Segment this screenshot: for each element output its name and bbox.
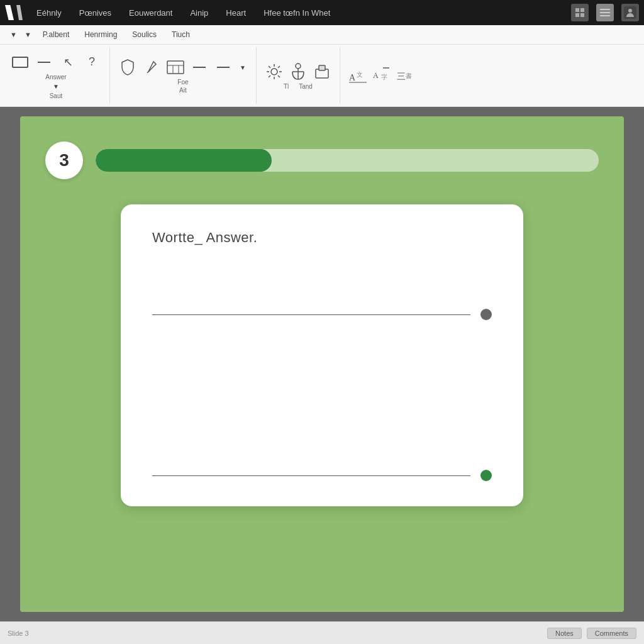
svg-text:文: 文 bbox=[357, 71, 363, 78]
anchor-icon[interactable] bbox=[288, 62, 308, 82]
tab-henrming[interactable]: Henrming bbox=[78, 28, 123, 42]
svg-line-24 bbox=[278, 75, 280, 77]
svg-text:三: 三 bbox=[397, 72, 406, 81]
progress-bar-container bbox=[96, 149, 599, 172]
svg-text:字: 字 bbox=[381, 74, 387, 80]
answer-line-row-2 bbox=[152, 470, 492, 481]
svg-rect-2 bbox=[575, 13, 579, 17]
ribbon-tabs: ▼ ▼ P.albent Henrming Soulics Tiuch bbox=[0, 25, 644, 45]
sout-label: Tl bbox=[284, 83, 289, 90]
menu-item-ainip[interactable]: Ainip bbox=[186, 7, 212, 19]
minus2-icon[interactable] bbox=[189, 57, 209, 77]
svg-point-27 bbox=[296, 64, 301, 69]
menu-icon-grid[interactable] bbox=[571, 4, 589, 21]
seur-label: Tand bbox=[299, 83, 313, 90]
sun-icon[interactable] bbox=[264, 62, 284, 82]
answer-card-title: Wortte_ Answer. bbox=[152, 230, 492, 246]
tab-tiuch[interactable]: Tiuch bbox=[165, 28, 196, 42]
menu-item-eéhnly[interactable]: Eéhnly bbox=[33, 7, 65, 19]
svg-point-18 bbox=[271, 69, 277, 75]
svg-rect-31 bbox=[319, 65, 325, 70]
notes-button[interactable]: Notes bbox=[547, 628, 582, 639]
ribbon-dropdown-1[interactable]: ▼ bbox=[8, 30, 19, 40]
tab-palbent[interactable]: P.albent bbox=[36, 28, 76, 42]
svg-line-25 bbox=[278, 66, 280, 68]
step-number: 3 bbox=[45, 142, 83, 179]
help-icon[interactable]: ? bbox=[82, 52, 102, 72]
format-sub-label: Ait bbox=[179, 87, 187, 94]
media-sub-label: Tl Tand bbox=[284, 83, 313, 90]
svg-rect-6 bbox=[600, 15, 610, 16]
logo-shape-2 bbox=[16, 5, 23, 20]
answer-dot-1 bbox=[480, 309, 492, 320]
progress-dot bbox=[104, 156, 113, 165]
menu-item-heart[interactable]: Heart bbox=[222, 7, 250, 19]
ribbon-group-format: ▼ Foe Ait bbox=[115, 47, 257, 104]
progress-bar-fill bbox=[96, 149, 272, 172]
shield-icon[interactable] bbox=[118, 57, 138, 77]
table-layout-icon[interactable] bbox=[165, 57, 186, 77]
svg-line-26 bbox=[269, 75, 270, 77]
text-format-icon-2[interactable]: A 字 bbox=[372, 65, 392, 86]
answer-line-row-1 bbox=[152, 309, 492, 320]
svg-point-8 bbox=[628, 9, 632, 13]
cursor-icon[interactable]: ↖ bbox=[58, 52, 78, 72]
menu-icon-user[interactable] bbox=[621, 4, 639, 21]
answer-line-1 bbox=[152, 314, 470, 315]
menu-item-eouwerdant[interactable]: Eouwerdant bbox=[125, 7, 176, 19]
tab-soulics[interactable]: Soulics bbox=[126, 28, 163, 42]
minus-icon[interactable] bbox=[34, 52, 54, 72]
svg-text:書: 書 bbox=[406, 72, 412, 79]
ribbon-content: ↖ ? Answer ▼ Saut bbox=[0, 45, 644, 106]
svg-line-23 bbox=[269, 66, 270, 68]
box-icon[interactable] bbox=[312, 62, 332, 82]
svg-rect-12 bbox=[167, 61, 184, 74]
svg-text:A: A bbox=[349, 73, 356, 82]
svg-rect-0 bbox=[575, 8, 579, 12]
svg-rect-1 bbox=[580, 8, 584, 12]
format-dropdown[interactable]: ▼ bbox=[237, 63, 248, 72]
svg-rect-9 bbox=[13, 57, 28, 67]
main-area: 3 Wortte_ Answer. bbox=[0, 107, 644, 621]
ribbon-group-answer: ↖ ? Answer ▼ Saut bbox=[8, 47, 110, 104]
format-group-label: Foe bbox=[177, 79, 188, 86]
menu-icons bbox=[571, 4, 639, 21]
svg-rect-10 bbox=[38, 62, 50, 63]
card-spacer bbox=[152, 345, 492, 407]
dropdown-arrow-1: ▼ bbox=[10, 31, 17, 38]
ribbon-dropdown-2[interactable]: ▼ bbox=[22, 30, 34, 40]
menu-bar: Eéhnly Pœnives Eouwerdant Ainip Heart Hf… bbox=[0, 0, 644, 25]
text-format-icon-3[interactable]: 三 書 bbox=[396, 65, 416, 86]
ribbon-bar: ▼ ▼ P.albent Henrming Soulics Tiuch bbox=[0, 25, 644, 107]
slide-container: 3 Wortte_ Answer. bbox=[20, 116, 624, 612]
logo-shape-1 bbox=[5, 5, 14, 20]
format-icons-row: ▼ bbox=[118, 57, 248, 77]
answer-icons-row: ↖ ? bbox=[10, 52, 102, 72]
status-text: Slide 3 bbox=[8, 630, 29, 637]
progress-row: 3 bbox=[45, 142, 599, 179]
menu-icon-hamburger[interactable] bbox=[596, 4, 614, 21]
answer-dropdown-arrow: ▼ bbox=[53, 83, 59, 90]
answer-card: Wortte_ Answer. bbox=[121, 204, 523, 506]
minus3-icon[interactable] bbox=[213, 57, 233, 77]
menu-item-pœnives[interactable]: Pœnives bbox=[75, 7, 115, 19]
answer-dot-2 bbox=[480, 470, 492, 481]
rectangle-icon[interactable] bbox=[10, 52, 30, 72]
svg-rect-4 bbox=[600, 9, 610, 10]
bottom-bar: Slide 3 Notes Comments bbox=[0, 621, 644, 644]
svg-text:A: A bbox=[373, 71, 379, 80]
ribbon-group-text: A 文 A 字 三 書 bbox=[345, 47, 423, 104]
answer-dropdown[interactable]: ▼ bbox=[50, 82, 62, 91]
answer-line-2 bbox=[152, 475, 470, 476]
svg-rect-5 bbox=[600, 12, 610, 13]
media-icons-row bbox=[264, 62, 332, 82]
paint-icon[interactable] bbox=[142, 57, 162, 77]
svg-rect-16 bbox=[193, 67, 206, 68]
text-format-icon-1[interactable]: A 文 bbox=[348, 65, 368, 86]
menu-item-extra[interactable]: Hfee tœfn In Whet bbox=[260, 7, 334, 19]
comments-button[interactable]: Comments bbox=[587, 628, 636, 639]
app-logo bbox=[5, 4, 23, 21]
dropdown-arrow-2: ▼ bbox=[25, 31, 31, 38]
ribbon-group-media: Tl Tand bbox=[262, 47, 340, 104]
svg-rect-17 bbox=[217, 67, 230, 68]
